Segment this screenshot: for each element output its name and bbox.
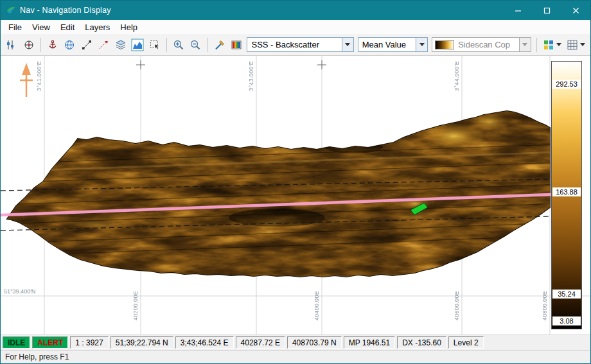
statusbar: IDLE ALERT 1 : 3927 51;39;22.794 N 3;43;… bbox=[1, 334, 590, 350]
toolbar-separator bbox=[536, 38, 537, 52]
select-region-icon bbox=[149, 39, 161, 51]
draw-line-button[interactable] bbox=[78, 36, 95, 53]
layers-icon bbox=[115, 39, 127, 51]
vector-icon bbox=[98, 39, 109, 51]
anchor-icon bbox=[47, 39, 58, 51]
helm-button[interactable] bbox=[20, 36, 37, 53]
status-easting: 40287.72 E bbox=[236, 336, 285, 349]
layer-dropdown[interactable]: SSS - Backscatter bbox=[247, 37, 353, 52]
close-button[interactable] bbox=[561, 1, 590, 20]
help-text: For Help, press F1 bbox=[5, 352, 69, 361]
grid-label-longitude: 3°44.000'E bbox=[454, 61, 460, 91]
app-logo-icon bbox=[6, 5, 16, 15]
toolbar-separator bbox=[166, 38, 167, 52]
toolbar-separator bbox=[40, 38, 41, 52]
chevron-down-icon[interactable] bbox=[342, 38, 353, 51]
globe-icon bbox=[64, 39, 75, 51]
grid-label-easting: 40200.00E bbox=[132, 291, 139, 320]
status-level: Level 2 bbox=[448, 336, 484, 349]
value-dropdown[interactable]: Mean Value bbox=[358, 37, 428, 52]
status-alert-badge: ALERT bbox=[32, 336, 68, 349]
grid-label-easting: 40400.00E bbox=[313, 291, 320, 320]
colormap-gradient-swatch bbox=[435, 40, 454, 49]
track-profile-button[interactable] bbox=[3, 36, 20, 53]
grid-label-latitude: 51°39.400'N bbox=[4, 288, 35, 295]
colorbar-max-label: 292.53 bbox=[552, 80, 581, 89]
menu-layers[interactable]: Layers bbox=[80, 21, 115, 33]
grid-label-easting: 40600.00E bbox=[454, 291, 460, 320]
toolbar-separator bbox=[207, 38, 208, 52]
helpbar: For Help, press F1 bbox=[1, 350, 590, 363]
map-canvas bbox=[1, 56, 590, 334]
grid-label-easting: 40800.00E bbox=[542, 291, 548, 320]
anchor-button[interactable] bbox=[44, 36, 61, 53]
menu-view[interactable]: View bbox=[27, 21, 55, 33]
value-dropdown-value: Mean Value bbox=[358, 40, 416, 49]
palette-button[interactable] bbox=[228, 36, 245, 53]
grid-icon bbox=[567, 39, 578, 51]
display-mode-button[interactable] bbox=[540, 36, 564, 53]
colorbar-mid-label: 163.88 bbox=[552, 187, 581, 196]
toolbar: SSS - Backscatter Mean Value Sidescan Co… bbox=[1, 34, 590, 56]
status-latitude: 51;39;22.794 N bbox=[110, 336, 173, 349]
sonar-mosaic bbox=[1, 107, 560, 281]
measure-button[interactable] bbox=[211, 36, 228, 53]
north-arrow-icon bbox=[20, 63, 33, 97]
menu-edit[interactable]: Edit bbox=[55, 21, 80, 33]
colormap-dropdown[interactable]: Sidescan Cop bbox=[432, 37, 531, 52]
status-northing: 408703.79 N bbox=[287, 336, 342, 349]
coverage-chart-button[interactable] bbox=[129, 36, 146, 53]
chevron-down-icon bbox=[580, 43, 585, 46]
status-mp: MP 1946.51 bbox=[344, 336, 396, 349]
chevron-down-icon[interactable] bbox=[519, 38, 531, 51]
track-profile-icon bbox=[6, 39, 17, 51]
globe-button[interactable] bbox=[61, 36, 78, 53]
draw-vector-button[interactable] bbox=[95, 36, 112, 53]
display-mode-icon bbox=[543, 39, 554, 51]
status-idle-badge: IDLE bbox=[3, 336, 30, 349]
menu-file[interactable]: File bbox=[3, 21, 27, 33]
measure-icon bbox=[214, 39, 225, 51]
grid-options-button[interactable] bbox=[564, 36, 588, 53]
select-region-button[interactable] bbox=[146, 36, 163, 53]
helm-icon bbox=[23, 39, 35, 51]
zoom-out-button[interactable] bbox=[187, 36, 204, 53]
chevron-down-icon[interactable] bbox=[416, 38, 427, 51]
grid-label-longitude: 3°43.000'E bbox=[248, 61, 254, 91]
colorbar-low-label: 35.24 bbox=[552, 290, 581, 299]
area-chart-icon bbox=[131, 39, 144, 51]
status-dx: DX -135.60 bbox=[397, 336, 446, 349]
status-scale: 1 : 3927 bbox=[70, 336, 108, 349]
window-title: Nav - Navigation Display bbox=[20, 6, 111, 15]
colorbar: 292.53 163.88 35.24 3.08 bbox=[551, 61, 582, 329]
line-icon bbox=[81, 39, 93, 51]
chevron-down-icon bbox=[556, 43, 561, 46]
titlebar[interactable]: Nav - Navigation Display bbox=[1, 1, 590, 20]
layer-dropdown-value: SSS - Backscatter bbox=[247, 40, 341, 49]
map-viewport[interactable]: 3°41.000'E 3°43.000'E 3°44.000'E 40200.0… bbox=[1, 56, 590, 334]
zoom-out-icon bbox=[190, 39, 201, 51]
menu-help[interactable]: Help bbox=[115, 21, 143, 33]
zoom-in-icon bbox=[173, 39, 184, 51]
palette-icon bbox=[231, 39, 242, 51]
grid-tick-cross bbox=[136, 60, 326, 69]
zoom-in-button[interactable] bbox=[170, 36, 187, 53]
colormap-dropdown-value: Sidescan Cop bbox=[454, 40, 518, 49]
app-window: Nav - Navigation Display File View Edit … bbox=[0, 0, 591, 364]
maximize-button[interactable] bbox=[533, 1, 561, 20]
layers-button[interactable] bbox=[112, 36, 129, 53]
colorbar-min-label: 3.08 bbox=[552, 316, 581, 325]
minimize-button[interactable] bbox=[504, 1, 533, 20]
menubar: File View Edit Layers Help bbox=[1, 20, 590, 34]
status-longitude: 3;43;46.524 E bbox=[175, 336, 234, 349]
window-controls bbox=[504, 1, 590, 20]
grid-label-longitude: 3°41.000'E bbox=[36, 61, 42, 91]
